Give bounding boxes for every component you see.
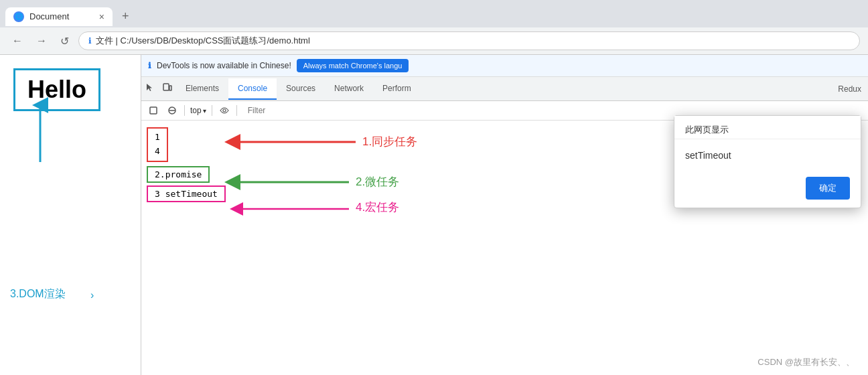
tab-title: Document (29, 11, 94, 21)
alert-ok-button[interactable]: 确定 (806, 177, 850, 200)
tab-perform[interactable]: Perform (373, 78, 421, 100)
match-chrome-button[interactable]: Always match Chrome's langu (297, 59, 409, 72)
tab-sources[interactable]: Sources (277, 78, 325, 100)
svg-rect-2 (169, 86, 171, 90)
hello-text: Hello (27, 76, 86, 103)
dom-chevron: › (90, 289, 94, 301)
browser-chrome: 🌐 Document × + ← → ↺ ℹ 文件 | C:/Users/DB/… (0, 0, 868, 55)
tab-close-button[interactable]: × (99, 11, 104, 22)
alert-body: setTimeout (674, 139, 861, 171)
devtools-panel: ℹ DevTools is now available in Chinese! … (141, 55, 868, 375)
promise-output-box: 2.promise (147, 166, 210, 183)
toolbar-divider-3 (236, 105, 237, 116)
alert-dialog: 此网页显示 setTimeout 确定 (674, 115, 861, 208)
timeout-line: 3 setTimeout (155, 189, 218, 199)
svg-rect-3 (150, 107, 157, 114)
address-url: 文件 | C:/Users/DB/Desktop/CSS面试题练习/demo.h… (96, 35, 310, 47)
timeout-annotation: 4.宏任务 (356, 200, 399, 215)
notif-icon: ℹ (148, 61, 151, 70)
svg-point-6 (223, 109, 226, 112)
reload-button[interactable]: ↺ (56, 32, 73, 50)
tab-elements[interactable]: Elements (176, 78, 228, 100)
hello-container: Hello (13, 68, 100, 111)
stop-icon[interactable] (147, 104, 160, 117)
forward-button[interactable]: → (32, 32, 51, 50)
active-tab[interactable]: 🌐 Document × (5, 7, 113, 26)
new-tab-button[interactable]: + (115, 5, 136, 27)
alert-header: 此网页显示 (674, 116, 861, 139)
alert-message: setTimeout (685, 150, 731, 161)
no-entry-icon[interactable] (165, 104, 179, 117)
tab-network[interactable]: Network (325, 78, 373, 100)
alert-title: 此网页显示 (685, 125, 729, 135)
notification-bar: ℹ DevTools is now available in Chinese! … (141, 55, 868, 77)
page-body: Hello 3.DOM渲染 › ℹ DevTools is now availa… (0, 55, 868, 375)
timeout-label: 4.宏任务 (356, 201, 399, 214)
sync-line-1: 1 (155, 131, 160, 145)
sync-output-box: 1 4 (147, 127, 168, 162)
toolbar-divider-2 (212, 105, 212, 116)
left-panel: Hello 3.DOM渲染 › (0, 55, 141, 375)
tab-more[interactable]: Redux (831, 79, 868, 99)
cursor-icon-tab[interactable] (141, 77, 159, 100)
watermark: CSDN @故里有长安、、 (757, 356, 855, 368)
nav-bar: ← → ↺ ℹ 文件 | C:/Users/DB/Desktop/CSS面试题练… (0, 27, 868, 55)
sync-line-2: 4 (155, 145, 160, 159)
alert-footer: 确定 (674, 171, 861, 208)
svg-rect-1 (163, 84, 169, 90)
tab-console[interactable]: Console (228, 78, 277, 100)
context-label: top (190, 106, 202, 115)
dom-render-text: 3.DOM渲染 (10, 288, 66, 299)
timeout-output-box: 3 setTimeout (147, 185, 226, 202)
watermark-text: CSDN @故里有长安、、 (757, 357, 855, 367)
address-bar[interactable]: ℹ 文件 | C:/Users/DB/Desktop/CSS面试题练习/demo… (78, 31, 860, 50)
tab-bar: 🌐 Document × + (0, 0, 868, 27)
toolbar-divider-1 (184, 105, 185, 116)
context-selector[interactable]: top ▾ (190, 106, 206, 115)
promise-annotation: 2.微任务 (356, 174, 399, 190)
promise-label: 2.微任务 (356, 175, 399, 188)
dom-render-label: 3.DOM渲染 (10, 287, 66, 301)
tab-favicon: 🌐 (13, 11, 24, 22)
notification-text: DevTools is now available in Chinese! (157, 61, 291, 70)
sync-label: 1.同步任务 (362, 135, 417, 148)
promise-line: 2.promise (155, 169, 202, 179)
devtools-tabs: Elements Console Sources Network Perform… (141, 77, 868, 101)
address-info-icon: ℹ (88, 36, 92, 46)
sync-annotation: 1.同步任务 (362, 134, 417, 149)
device-toggle-tab[interactable] (159, 77, 176, 100)
back-button[interactable]: ← (8, 32, 27, 50)
hello-box: Hello (13, 68, 100, 111)
eye-icon[interactable] (218, 104, 231, 117)
context-dropdown-arrow: ▾ (203, 107, 206, 115)
